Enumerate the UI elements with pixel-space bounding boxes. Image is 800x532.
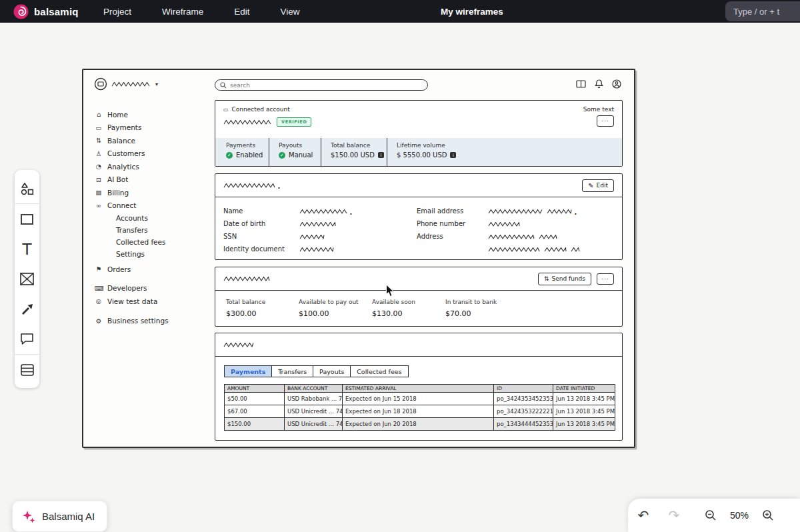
- wf-nav-billing[interactable]: ▤Billing: [95, 186, 209, 199]
- stat-label: Lifetime volume: [397, 142, 622, 149]
- balsamiq-brand[interactable]: balsamiq: [13, 0, 79, 23]
- tab-collected-fees[interactable]: Collected fees: [350, 365, 408, 377]
- quick-add-input[interactable]: Type / or + t: [725, 1, 800, 21]
- payouts-tabs: Payments Transfers Payouts Collected fee…: [224, 365, 622, 377]
- wf-nav-business-settings[interactable]: ⚙Business settings: [95, 315, 209, 328]
- wf-nav-connect[interactable]: ∞Connect: [95, 199, 209, 213]
- zoom-out-button[interactable]: [697, 509, 724, 522]
- stat-payouts: Payouts Manual: [269, 138, 321, 166]
- stat-total-balance: Total balance $150.00 USD: [321, 138, 387, 166]
- user-icon[interactable]: [612, 79, 621, 89]
- stat-value: $300.00: [226, 309, 299, 318]
- arrow-tool-button[interactable]: [15, 294, 39, 324]
- col-bank-account: BANK ACCOUNT: [285, 385, 343, 393]
- account-title-placeholder: [223, 119, 271, 125]
- check-icon: [226, 152, 233, 159]
- wf-nav-collected-fees[interactable]: Collected fees: [95, 236, 209, 248]
- wf-nav-view-test-data[interactable]: ◎View test data: [95, 295, 209, 308]
- rectangle-tool-button[interactable]: [15, 204, 39, 234]
- wireframe-mockup[interactable]: ▾ search: [82, 69, 635, 448]
- edit-button-label: Edit: [597, 182, 608, 189]
- wf-nav-accounts[interactable]: Accounts: [95, 212, 209, 224]
- comment-icon: [19, 332, 35, 346]
- zoom-in-button[interactable]: [755, 509, 781, 522]
- wf-nav-orders[interactable]: ⚑Orders: [95, 263, 209, 276]
- menu-view[interactable]: View: [281, 7, 300, 17]
- undo-button[interactable]: ↶: [628, 507, 659, 523]
- table-row[interactable]: $150.00 USD Unicredit ... 7412 Expected …: [225, 418, 615, 431]
- image-tool-button[interactable]: [15, 264, 39, 294]
- account-overflow-button[interactable]: ···: [597, 115, 614, 127]
- zoom-level[interactable]: 50%: [727, 510, 752, 521]
- wf-search-input[interactable]: search: [215, 79, 428, 91]
- field-value-placeholder: [488, 234, 535, 240]
- stat-total-balance: Total balance $300.00: [226, 299, 299, 318]
- info-icon[interactable]: [378, 152, 384, 158]
- menu-project[interactable]: Project: [103, 7, 131, 17]
- table-cell: po_34243534523535: [494, 393, 553, 405]
- wf-account-name-placeholder: [111, 81, 150, 87]
- field-value-placeholder: [571, 247, 580, 253]
- table-cell: USD Unicredit ... 7412: [285, 405, 343, 418]
- balance-overflow-button[interactable]: ···: [597, 273, 614, 285]
- send-funds-button[interactable]: Send funds: [538, 273, 591, 285]
- some-text-label: Some text: [583, 106, 614, 113]
- payouts-table[interactable]: AMOUNT BANK ACCOUNT ESTIMATED ARRIVAL ID…: [224, 384, 615, 431]
- field-label-address: Address: [417, 233, 488, 240]
- quick-add-placeholder: Type / or + t: [733, 7, 779, 17]
- stat-label: Total balance: [226, 299, 299, 305]
- bell-icon[interactable]: [595, 79, 603, 89]
- balance-title-placeholder: [223, 276, 270, 282]
- wf-search-placeholder: search: [230, 82, 250, 89]
- ui-library-tool-button[interactable]: [15, 173, 39, 203]
- table-row[interactable]: $50.00 USD Rabobank ... 741 Expected on …: [225, 393, 615, 405]
- wf-nav-balance[interactable]: ⇅Balance: [95, 134, 209, 147]
- field-value-placeholder: [488, 221, 520, 227]
- balsamiq-logo-icon: [13, 4, 29, 19]
- edit-button[interactable]: Edit: [582, 179, 614, 192]
- wf-nav-transfers[interactable]: Transfers: [95, 224, 209, 236]
- sparkle-icon: [21, 509, 36, 524]
- wf-account-switcher[interactable]: ▾: [94, 77, 158, 91]
- nav-label: Connect: [107, 201, 136, 209]
- table-row[interactable]: $67.00 USD Unicredit ... 7412 Expected o…: [225, 405, 615, 418]
- nav-label: Analytics: [107, 163, 139, 171]
- project-title[interactable]: My wireframes: [441, 0, 503, 23]
- stat-value: Manual: [289, 151, 313, 159]
- redo-button[interactable]: ↷: [659, 507, 689, 523]
- comment-tool-button[interactable]: [15, 324, 39, 354]
- reader-icon[interactable]: [576, 80, 586, 88]
- payouts-panel[interactable]: Payments Transfers Payouts Collected fee…: [215, 333, 623, 441]
- field-value-placeholder: [488, 209, 543, 215]
- menu-wireframe[interactable]: Wireframe: [162, 7, 203, 17]
- wf-nav-ai-bot[interactable]: ⊡AI Bot: [95, 173, 209, 187]
- tab-transfers[interactable]: Transfers: [271, 365, 313, 377]
- wf-nav-settings[interactable]: Settings: [95, 248, 209, 260]
- table-cell: USD Rabobank ... 741: [285, 393, 343, 405]
- editor-canvas[interactable]: ▾ search: [0, 23, 800, 532]
- wf-nav-customers[interactable]: ♙Customers: [95, 147, 209, 161]
- tab-payouts[interactable]: Payouts: [313, 365, 351, 377]
- text-tool-button[interactable]: T: [15, 234, 39, 264]
- menu-edit[interactable]: Edit: [234, 7, 249, 17]
- info-icon[interactable]: [450, 152, 456, 158]
- balance-stats: Total balance $300.00 Available to pay o…: [215, 291, 622, 318]
- wf-nav-developers[interactable]: ⌨Developers: [95, 282, 209, 295]
- field-value-placeholder: [299, 247, 334, 253]
- tab-payments[interactable]: Payments: [224, 365, 272, 377]
- wf-nav-home[interactable]: ⌂Home: [95, 108, 209, 121]
- account-details-panel[interactable]: Edit Name Email address Date of birth Ph…: [215, 173, 623, 260]
- stat-value: $150.00 USD: [331, 151, 375, 159]
- wf-nav-payments[interactable]: ▭Payments: [95, 121, 209, 135]
- form-row: Identity document: [223, 243, 614, 255]
- balance-panel[interactable]: Send funds ··· Total balance $300.00 Ava…: [215, 267, 623, 327]
- data-grid-tool-button[interactable]: [15, 355, 39, 385]
- field-value-placeholder: [299, 234, 325, 240]
- balsamiq-ai-button[interactable]: Balsamiq AI: [12, 501, 107, 532]
- menu-bar: Project Wireframe Edit View: [103, 0, 300, 23]
- business-settings-icon: ⚙: [95, 317, 103, 325]
- connected-account-panel[interactable]: ▭ Connected account Some text VERIFIED ·…: [215, 100, 623, 167]
- zoom-controls: 50%: [697, 509, 781, 522]
- chevron-down-icon: ▾: [155, 81, 158, 87]
- wf-nav-analytics[interactable]: ◔Analytics: [95, 160, 209, 173]
